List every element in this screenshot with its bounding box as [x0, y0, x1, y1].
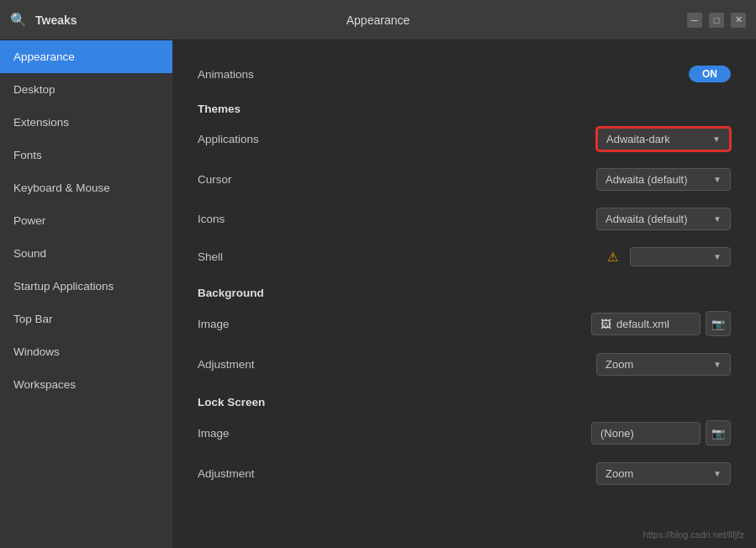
applications-dropdown[interactable]: Adwaita-dark ▼	[596, 127, 731, 151]
background-heading: Background	[198, 275, 731, 303]
applications-label: Applications	[198, 133, 596, 145]
animations-toggle[interactable]: ON	[689, 66, 731, 82]
sidebar-item-extensions[interactable]: Extensions	[0, 106, 172, 139]
background-image-value: default.xml	[616, 318, 669, 330]
lock-adjustment-value: Zoom	[605, 467, 633, 480]
close-button[interactable]: ✕	[731, 13, 746, 28]
lock-image-value: (None)	[600, 427, 634, 440]
background-image-field: 🖼 default.xml	[591, 313, 700, 335]
shell-control: ⚠ ▼	[596, 247, 731, 266]
cursor-dropdown[interactable]: Adwaita (default) ▼	[596, 168, 731, 191]
applications-dropdown-arrow: ▼	[712, 134, 721, 144]
applications-row: Applications Adwaita-dark ▼	[198, 119, 731, 160]
sidebar-item-fonts[interactable]: Fonts	[0, 139, 172, 171]
icons-dropdown-value: Adwaita (default)	[605, 213, 688, 225]
sidebar-item-power[interactable]: Power	[0, 204, 172, 237]
sidebar-item-desktop[interactable]: Desktop	[0, 73, 172, 106]
window-title: Appearance	[346, 13, 410, 27]
background-adjustment-arrow: ▼	[713, 360, 722, 369]
background-adjustment-value: Zoom	[605, 358, 633, 371]
cursor-control: Adwaita (default) ▼	[596, 168, 731, 191]
applications-control: Adwaita-dark ▼	[596, 127, 731, 151]
watermark: https://blog.csdn.net/llfjfz	[643, 530, 744, 540]
sidebar-item-keyboard-mouse[interactable]: Keyboard & Mouse	[0, 171, 172, 204]
background-image-picker-button[interactable]: 📷	[706, 311, 731, 336]
background-image-row: Image 🖼 default.xml 📷	[198, 303, 731, 345]
background-image-control: 🖼 default.xml 📷	[591, 311, 731, 336]
maximize-button[interactable]: □	[709, 13, 724, 28]
lock-adjustment-row: Adjustment Zoom ▼	[198, 454, 731, 493]
lock-adjustment-label: Adjustment	[198, 467, 596, 480]
minimize-button[interactable]: ─	[687, 13, 702, 28]
sidebar: Appearance Desktop Extensions Fonts Keyb…	[0, 40, 172, 548]
background-adjustment-row: Adjustment Zoom ▼	[198, 345, 731, 384]
background-image-label: Image	[198, 318, 591, 330]
lock-image-label: Image	[198, 427, 591, 440]
background-adjustment-control: Zoom ▼	[596, 353, 731, 376]
sidebar-item-startup-applications[interactable]: Startup Applications	[0, 270, 172, 303]
icons-row: Icons Adwaita (default) ▼	[198, 199, 731, 239]
shell-warning-icon: ⚠	[607, 250, 618, 265]
lock-image-field: (None)	[591, 422, 700, 445]
lock-adjustment-arrow: ▼	[713, 469, 722, 478]
icons-label: Icons	[198, 213, 596, 225]
background-adjustment-label: Adjustment	[198, 358, 596, 371]
sidebar-item-appearance[interactable]: Appearance	[0, 40, 172, 73]
sidebar-item-workspaces[interactable]: Workspaces	[0, 368, 172, 401]
animations-row: Animations ON	[198, 57, 731, 91]
applications-dropdown-value: Adwaita-dark	[606, 133, 670, 145]
lock-adjustment-control: Zoom ▼	[596, 462, 731, 485]
cursor-dropdown-value: Adwaita (default)	[605, 173, 688, 186]
titlebar: 🔍 Tweaks Appearance ─ □ ✕	[0, 0, 756, 40]
icons-dropdown[interactable]: Adwaita (default) ▼	[596, 208, 731, 230]
themes-heading: Themes	[198, 91, 731, 119]
lock-screen-heading: Lock Screen	[198, 384, 731, 412]
shell-label: Shell	[198, 250, 596, 263]
background-adjustment-dropdown[interactable]: Zoom ▼	[596, 353, 731, 376]
sidebar-item-sound[interactable]: Sound	[0, 237, 172, 270]
background-image-icon: 🖼	[600, 318, 611, 330]
shell-row: Shell ⚠ ▼	[198, 239, 731, 275]
window-controls: ─ □ ✕	[687, 13, 746, 28]
lock-image-picker-button[interactable]: 📷	[706, 420, 731, 445]
cursor-label: Cursor	[198, 173, 596, 186]
sidebar-item-top-bar[interactable]: Top Bar	[0, 303, 172, 335]
lock-adjustment-dropdown[interactable]: Zoom ▼	[596, 462, 731, 485]
shell-dropdown-arrow: ▼	[713, 252, 722, 261]
animations-label: Animations	[198, 68, 596, 81]
search-icon[interactable]: 🔍	[10, 12, 27, 28]
lock-image-control: (None) 📷	[591, 420, 731, 445]
icons-dropdown-arrow: ▼	[713, 214, 722, 224]
cursor-dropdown-arrow: ▼	[713, 175, 722, 184]
main-layout: Appearance Desktop Extensions Fonts Keyb…	[0, 40, 756, 548]
lock-image-row: Image (None) 📷	[198, 412, 731, 454]
shell-dropdown[interactable]: ▼	[630, 247, 731, 266]
content-area: Animations ON Themes Applications Adwait…	[172, 40, 756, 548]
animations-control: ON	[596, 66, 731, 82]
cursor-row: Cursor Adwaita (default) ▼	[198, 160, 731, 199]
sidebar-item-windows[interactable]: Windows	[0, 335, 172, 368]
icons-control: Adwaita (default) ▼	[596, 208, 731, 230]
